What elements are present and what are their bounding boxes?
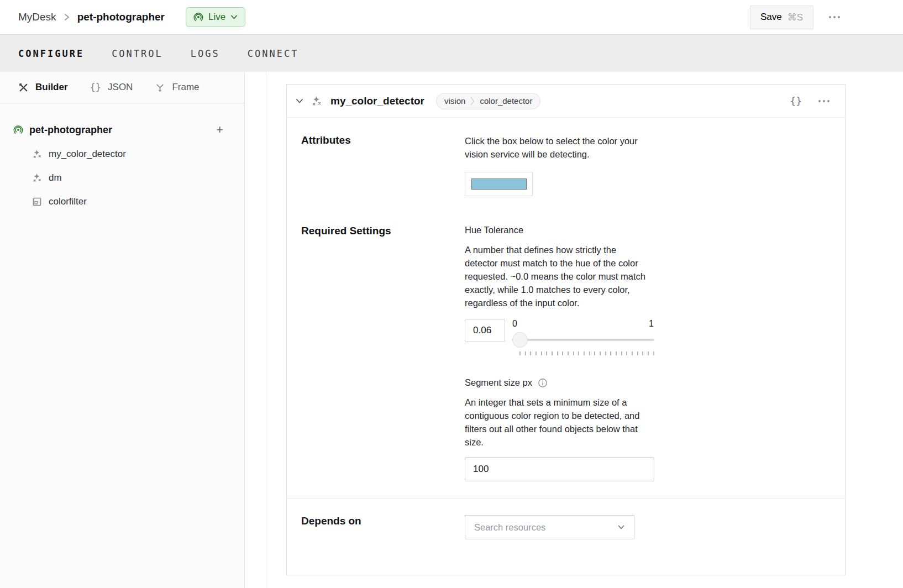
slider-track[interactable] xyxy=(512,339,654,341)
tree-item-label: my_color_detector xyxy=(49,149,126,160)
required-settings-heading: Required Settings xyxy=(301,225,465,481)
tab-connect[interactable]: CONNECT xyxy=(248,48,299,59)
badge-type: vision xyxy=(444,96,465,106)
attributes-description: Click the box below to select the color … xyxy=(465,134,652,161)
tab-json[interactable]: {} JSON xyxy=(90,82,133,93)
tree-root-label: pet-photographer xyxy=(29,124,112,136)
hue-tolerance-description: A number that defines how strictly the d… xyxy=(465,243,652,309)
slider-min-label: 0 xyxy=(512,319,517,329)
segment-size-input[interactable] xyxy=(465,457,654,481)
braces-icon: {} xyxy=(90,82,101,93)
resource-tree: pet-photographer + my_color_detector xyxy=(0,103,244,213)
tab-logs[interactable]: LOGS xyxy=(191,48,220,59)
sparkles-icon xyxy=(311,95,323,107)
module-icon xyxy=(32,196,43,207)
breadcrumb-current: pet-photographer xyxy=(77,11,165,23)
tree-item-label: dm xyxy=(49,172,62,183)
segment-size-label: Segment size px xyxy=(465,377,532,388)
tree-item-dm[interactable]: dm xyxy=(0,166,244,190)
tree-item-my-color-detector[interactable]: my_color_detector xyxy=(0,142,244,166)
machine-nav-tabs: CONFIGURE CONTROL LOGS CONNECT xyxy=(0,34,903,72)
slider-max-label: 1 xyxy=(649,319,654,329)
live-badge-label: Live xyxy=(208,12,225,23)
tab-builder[interactable]: Builder xyxy=(18,82,68,93)
broadcast-icon xyxy=(193,12,203,22)
service-title: my_color_detector xyxy=(330,95,424,107)
selected-color-swatch xyxy=(471,179,527,190)
badge-model: color_detector xyxy=(480,96,532,106)
service-card-header: my_color_detector vision color_detector … xyxy=(287,85,845,118)
save-button-label: Save xyxy=(760,12,782,23)
chevron-down-icon xyxy=(617,524,625,530)
tab-configure[interactable]: CONFIGURE xyxy=(18,48,84,59)
config-content: my_color_detector vision color_detector … xyxy=(266,72,903,588)
tab-frame-label: Frame xyxy=(172,82,199,93)
slider-ticks xyxy=(512,351,654,355)
depends-on-heading: Depends on xyxy=(301,515,465,539)
tab-builder-label: Builder xyxy=(35,82,68,93)
segment-size-description: An integer that sets a minimum size of a… xyxy=(465,396,652,449)
top-header: MyDesk pet-photographer Live Save ⌘S xyxy=(0,0,903,34)
save-shortcut-hint: ⌘S xyxy=(788,12,803,23)
sparkles-icon xyxy=(32,172,43,183)
service-type-badge: vision color_detector xyxy=(436,93,540,109)
tree-item-colorfilter[interactable]: colorfilter xyxy=(0,190,244,213)
save-button[interactable]: Save ⌘S xyxy=(750,6,813,29)
chevron-right-icon xyxy=(64,13,70,21)
header-actions: Save ⌘S xyxy=(750,6,841,29)
hue-tolerance-input[interactable] xyxy=(465,319,505,342)
color-picker-button[interactable] xyxy=(465,172,533,196)
required-settings-section: Required Settings Hue Tolerance A number… xyxy=(301,225,831,481)
collapse-chevron-icon[interactable] xyxy=(295,98,305,104)
breadcrumb: MyDesk pet-photographer xyxy=(18,11,165,23)
tab-frame[interactable]: Frame xyxy=(155,82,199,93)
info-icon[interactable] xyxy=(538,378,548,388)
broadcast-icon xyxy=(13,125,23,135)
more-options-button[interactable] xyxy=(828,13,841,22)
tab-control[interactable]: CONTROL xyxy=(112,48,163,59)
sparkles-icon xyxy=(32,149,43,160)
config-sidebar: Builder {} JSON Frame xyxy=(0,72,245,588)
live-status-badge[interactable]: Live xyxy=(186,7,245,27)
chevron-down-icon xyxy=(230,14,238,20)
attributes-heading: Attributes xyxy=(301,134,465,196)
breadcrumb-parent-link[interactable]: MyDesk xyxy=(18,11,56,23)
tab-json-label: JSON xyxy=(108,82,133,93)
frame-icon xyxy=(155,82,165,93)
depends-on-select[interactable]: Search resources xyxy=(465,515,634,539)
hue-tolerance-slider: 0 1 xyxy=(512,319,654,355)
slider-thumb[interactable] xyxy=(512,332,528,348)
hue-tolerance-label: Hue Tolerance xyxy=(465,225,654,235)
card-menu-button[interactable] xyxy=(817,97,831,106)
add-resource-button[interactable]: + xyxy=(216,124,223,136)
service-card-my-color-detector: my_color_detector vision color_detector … xyxy=(286,84,846,575)
depends-on-section: Depends on Search resources xyxy=(287,498,845,575)
attributes-section: Attributes Click the box below to select… xyxy=(301,134,831,196)
json-mode-toggle[interactable]: {} xyxy=(790,95,802,107)
sidebar-view-tabs: Builder {} JSON Frame xyxy=(0,72,244,103)
badge-chevron-icon xyxy=(470,96,475,106)
tree-item-label: colorfilter xyxy=(49,196,87,207)
depends-on-placeholder: Search resources xyxy=(474,522,545,533)
tools-icon xyxy=(18,82,29,93)
tree-root-machine[interactable]: pet-photographer + xyxy=(0,118,244,142)
